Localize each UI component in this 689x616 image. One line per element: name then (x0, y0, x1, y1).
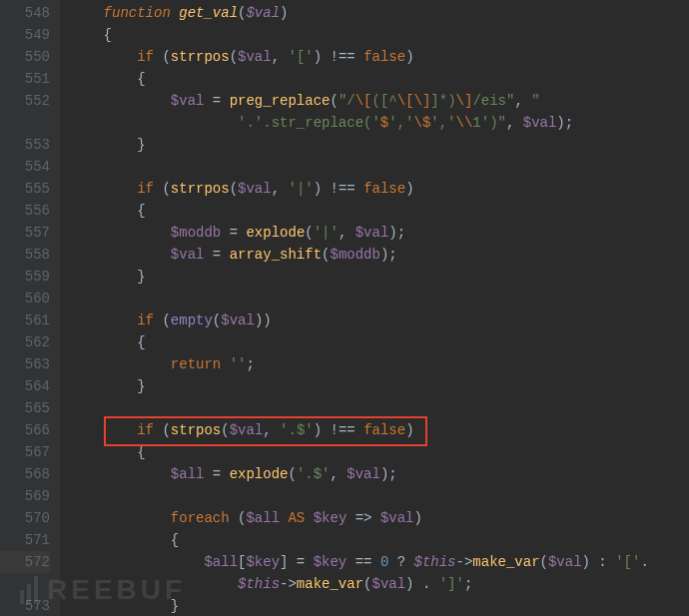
token: ] = (280, 554, 314, 570)
token: , (272, 181, 289, 197)
token: , (330, 466, 346, 482)
code-line[interactable]: { (70, 529, 689, 551)
token: ( (162, 422, 170, 438)
token: ); (380, 466, 397, 482)
code-line[interactable]: { (70, 441, 689, 463)
token: if (137, 312, 162, 328)
token: $key (246, 554, 280, 570)
code-line[interactable]: '.'.str_replace('$','\$','\\1')", $val); (70, 112, 689, 134)
code-line[interactable] (70, 397, 689, 419)
token: $ (380, 115, 388, 131)
token: $moddb (171, 225, 221, 241)
token: '|' (288, 181, 313, 197)
code-line[interactable]: function get_val($val) (70, 2, 689, 24)
token: $val (548, 554, 582, 570)
code-line[interactable]: if (strrpos($val, '|') !== false) (70, 178, 689, 200)
code-line[interactable] (70, 485, 689, 507)
token: \[ (355, 93, 372, 109)
token: strrpos (171, 181, 230, 197)
token: ; (464, 576, 472, 592)
token: , (272, 49, 289, 65)
token: ( (162, 181, 170, 197)
line-number: 552 (0, 90, 50, 112)
code-line[interactable]: { (70, 24, 689, 46)
token: '.$' (280, 422, 314, 438)
line-number: 558 (0, 244, 50, 266)
token: false (363, 181, 405, 197)
code-line[interactable]: $val = array_shift($moddb); (70, 244, 689, 266)
token: $key (314, 510, 347, 526)
token: explode (246, 225, 305, 241)
token: , (339, 225, 355, 241)
token: $all (204, 554, 238, 570)
token: $val (380, 510, 414, 526)
line-number: 561 (0, 309, 50, 331)
code-line[interactable]: if (empty($val)) (70, 309, 689, 331)
line-number: 565 (0, 397, 50, 419)
token: ; (246, 356, 254, 372)
line-number: 564 (0, 375, 50, 397)
code-area[interactable]: function get_val($val) { if (strrpos($va… (60, 0, 689, 616)
token: '[' (615, 554, 640, 570)
line-number: 551 (0, 68, 50, 90)
token: ( (213, 312, 221, 328)
token: = (204, 93, 229, 109)
token: = (204, 247, 229, 263)
token: $val (371, 576, 405, 592)
token: ( (162, 49, 170, 65)
token: strpos (171, 422, 221, 438)
token: \$ (413, 115, 430, 131)
token: ? (388, 554, 413, 570)
token: ) (405, 422, 413, 438)
token: } (137, 137, 145, 153)
line-number: 572 (0, 551, 50, 573)
token: array_shift (230, 247, 322, 263)
code-line[interactable]: $all[$key] = $key == 0 ? $this->make_var… (70, 551, 689, 573)
token: return (171, 356, 230, 372)
code-line[interactable]: if (strpos($val, '.$') !== false) (70, 419, 689, 441)
line-number: 570 (0, 507, 50, 529)
line-number: 560 (0, 288, 50, 309)
token: ) (405, 181, 413, 197)
token: !== (331, 422, 364, 438)
token: make_var (297, 576, 363, 592)
code-line[interactable]: return ''; (70, 353, 689, 375)
code-line[interactable]: { (70, 200, 689, 222)
token: '[' (288, 49, 313, 65)
token: ); (388, 225, 405, 241)
token: !== (331, 49, 364, 65)
code-line[interactable]: $val = preg_replace("/\[([^\[\]]*)\]/eis… (70, 90, 689, 112)
code-line[interactable]: foreach ($all AS $key => $val) (70, 507, 689, 529)
token: \] (456, 93, 473, 109)
token: ']' (439, 576, 464, 592)
line-number: 554 (0, 156, 50, 178)
code-line[interactable]: if (strrpos($val, '[') !== false) (70, 46, 689, 68)
token: ( (288, 466, 296, 482)
code-line[interactable] (70, 156, 689, 178)
code-line[interactable]: { (70, 331, 689, 353)
code-line[interactable]: $all = explode('.$', $val); (70, 463, 689, 485)
code-editor[interactable]: 5485495505515525535545555565575585595605… (0, 0, 689, 616)
token: $val (238, 49, 272, 65)
token: => (346, 510, 380, 526)
code-line[interactable]: $moddb = explode('|', $val); (70, 222, 689, 244)
token: AS (288, 510, 313, 526)
token: { (171, 532, 179, 548)
code-line[interactable]: } (70, 134, 689, 156)
token: ); (556, 115, 573, 131)
token: ) : (582, 554, 616, 570)
code-line[interactable] (70, 288, 689, 309)
token: /eis" (472, 93, 514, 109)
token: $val (355, 225, 389, 241)
code-line[interactable]: } (70, 375, 689, 397)
token: preg_replace (230, 93, 331, 109)
token: , (514, 93, 531, 109)
code-line[interactable]: { (70, 68, 689, 90)
code-line[interactable]: } (70, 595, 689, 616)
line-number-gutter: 5485495505515525535545555565575585595605… (0, 0, 60, 616)
token: ) (280, 5, 288, 21)
code-line[interactable]: } (70, 266, 689, 288)
code-line[interactable]: $this->make_var($val) . ']'; (70, 573, 689, 595)
token: ( (305, 225, 313, 241)
token: -> (280, 576, 297, 592)
